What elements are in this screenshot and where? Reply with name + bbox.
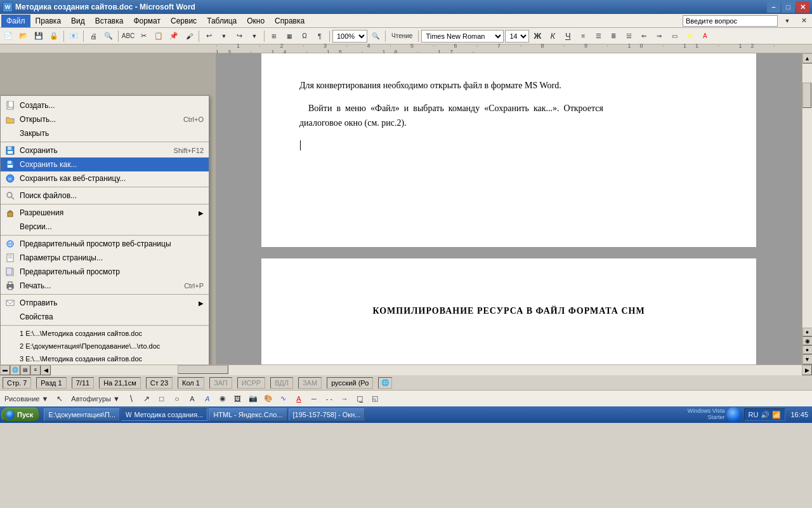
list-btn[interactable]: ☱	[622, 29, 636, 43]
dash-style-btn[interactable]: - -	[322, 392, 336, 406]
line-btn[interactable]: \	[124, 392, 138, 406]
help-search-input[interactable]	[683, 15, 778, 27]
menu-help[interactable]: Справка	[270, 15, 310, 27]
scroll-track[interactable]	[802, 64, 813, 328]
taskbar-item-3[interactable]: HTML - Яндекс.Сло...	[209, 408, 287, 421]
diagram-btn[interactable]: ◉	[216, 392, 230, 406]
start-button[interactable]: Пуск	[1, 408, 40, 422]
menu-permissions[interactable]: Разрешения ▶	[1, 206, 209, 220]
redo-btn[interactable]: ↪	[232, 29, 246, 43]
undo-arrow-btn[interactable]: ▼	[217, 29, 231, 43]
menu-insert[interactable]: Вставка	[90, 15, 129, 27]
menu-preview[interactable]: Предварительный просмотр	[1, 265, 209, 279]
oval-btn[interactable]: ○	[170, 392, 184, 406]
scroll-up-btn[interactable]: ▲	[802, 53, 813, 64]
copy-btn[interactable]: 📋	[152, 29, 166, 43]
rect-btn[interactable]: □	[155, 392, 169, 406]
cut-btn[interactable]: ✂	[136, 29, 150, 43]
underline-btn[interactable]: Ч	[561, 29, 575, 43]
new-btn[interactable]: 📄	[1, 29, 15, 43]
menu-page-setup[interactable]: Параметры страницы...	[1, 251, 209, 265]
h-scroll-track[interactable]	[51, 365, 802, 375]
menu-view[interactable]: Вид	[66, 15, 90, 27]
menu-web-preview[interactable]: Предварительный просмотр веб-страницы	[1, 237, 209, 251]
indent-inc-btn[interactable]: ⇒	[652, 29, 666, 43]
preview-btn[interactable]: 🔍	[102, 29, 115, 43]
zoom-icon-btn[interactable]: 🔍	[369, 29, 383, 43]
autoshapes-btn[interactable]: Автофигуры ▼	[68, 392, 123, 406]
recent-2[interactable]: 2 E:\документация\Преподавание\...\rto.d…	[1, 340, 209, 352]
scroll-down-btn[interactable]: ▼	[802, 354, 813, 364]
scroll-next-page-btn[interactable]: ●	[802, 345, 813, 354]
print-btn[interactable]: 🖨	[86, 29, 100, 43]
close-button[interactable]: ✕	[796, 1, 809, 13]
scroll-thumb[interactable]	[802, 83, 811, 108]
align-center-btn[interactable]: ☰	[591, 29, 605, 43]
fontcolor-btn[interactable]: A	[698, 29, 712, 43]
menu-send[interactable]: Отправить ▶	[1, 296, 209, 310]
menu-properties[interactable]: Свойства	[1, 310, 209, 324]
h-scroll-thumb[interactable]	[178, 365, 228, 374]
menu-close[interactable]: Закрыть	[1, 126, 209, 140]
menu-print[interactable]: Печать... Ctrl+P	[1, 279, 209, 293]
reading-mode-btn[interactable]: Чтение	[388, 29, 416, 43]
select-objects-btn[interactable]: ↖	[53, 392, 67, 406]
italic-btn[interactable]: К	[546, 29, 560, 43]
menu-save[interactable]: Сохранить Shift+F12	[1, 144, 209, 157]
taskbar-item-1[interactable]: Е:\документация\П...	[44, 408, 120, 421]
undo-btn[interactable]: ↩	[202, 29, 216, 43]
scroll-select-btn[interactable]: ◉	[802, 337, 813, 345]
fontsize-select[interactable]: 14	[505, 30, 529, 43]
save-btn[interactable]: 💾	[32, 29, 46, 43]
email-btn[interactable]: 📧	[67, 29, 81, 43]
minimize-button[interactable]: –	[767, 1, 780, 13]
line-color-btn[interactable]: ∿	[277, 392, 291, 406]
paste-btn[interactable]: 📌	[167, 29, 181, 43]
highlight-btn[interactable]: A	[683, 29, 697, 43]
menu-file[interactable]: Файл	[1, 15, 30, 27]
show-para-btn[interactable]: ¶	[313, 29, 327, 43]
horizontal-scrollbar[interactable]: ▬ 🌐 ▤ ≡ ◀ ▶	[0, 364, 812, 375]
shadow-style-btn[interactable]: □̲	[353, 392, 367, 406]
menu-format[interactable]: Формат	[128, 15, 166, 27]
fill-color-btn[interactable]: 🎨	[261, 392, 275, 406]
help-close-btn[interactable]: ✕	[797, 14, 811, 28]
bold-btn[interactable]: Ж	[530, 29, 544, 43]
menu-versions[interactable]: Версии...	[1, 220, 209, 234]
menu-edit[interactable]: Правка	[30, 15, 67, 27]
arrow-btn[interactable]: ↗	[140, 392, 154, 406]
3d-style-btn[interactable]: ◱	[368, 392, 382, 406]
menu-search-files[interactable]: Поиск файлов...	[1, 189, 209, 203]
redo-arrow-btn[interactable]: ▼	[247, 29, 261, 43]
outline-view-btn[interactable]: ≡	[30, 365, 41, 375]
align-left-btn[interactable]: ≡	[576, 29, 590, 43]
columns-btn[interactable]: ▦	[282, 29, 296, 43]
textbox-btn[interactable]: A	[185, 392, 199, 406]
picture-btn[interactable]: 📷	[246, 392, 260, 406]
align-right-btn[interactable]: ≣	[606, 29, 620, 43]
arrow-style-btn[interactable]: →	[337, 392, 351, 406]
drawing-label-btn[interactable]: Рисование ▼	[1, 392, 51, 406]
table-btn[interactable]: ⊞	[267, 29, 281, 43]
taskbar-item-2[interactable]: W Методика создания...	[121, 408, 207, 421]
menu-new[interactable]: Создать...	[1, 98, 209, 112]
font-select[interactable]: Times New Roman	[421, 30, 504, 43]
normal-view-btn[interactable]: ▬	[0, 365, 10, 375]
menu-window[interactable]: Окно	[242, 15, 270, 27]
permissions-btn[interactable]: 🔒	[47, 29, 61, 43]
maximize-button[interactable]: □	[782, 1, 795, 13]
zoom-select[interactable]: 100%	[332, 30, 367, 43]
open-btn[interactable]: 📂	[16, 29, 30, 43]
recent-3[interactable]: 3 E:\...\Методика создания сайтов.doc	[1, 352, 209, 364]
lang-icon-btn[interactable]: 🌐	[378, 377, 392, 389]
taskbar-item-4[interactable]: [195-157-758] - Окн...	[289, 408, 365, 421]
wordart-btn[interactable]: A	[200, 392, 214, 406]
line-style-btn[interactable]: ─	[307, 392, 321, 406]
menu-table[interactable]: Таблица	[202, 15, 242, 27]
web-view-btn[interactable]: 🌐	[10, 365, 20, 375]
menu-save-web[interactable]: ie Сохранить как веб-страницу...	[1, 171, 209, 185]
spellcheck-btn[interactable]: ABC	[121, 29, 135, 43]
title-bar-buttons[interactable]: – □ ✕	[767, 1, 809, 13]
recent-1[interactable]: 1 E:\...\Методика создания сайтов.doc	[1, 327, 209, 340]
border-btn[interactable]: ▭	[667, 29, 681, 43]
